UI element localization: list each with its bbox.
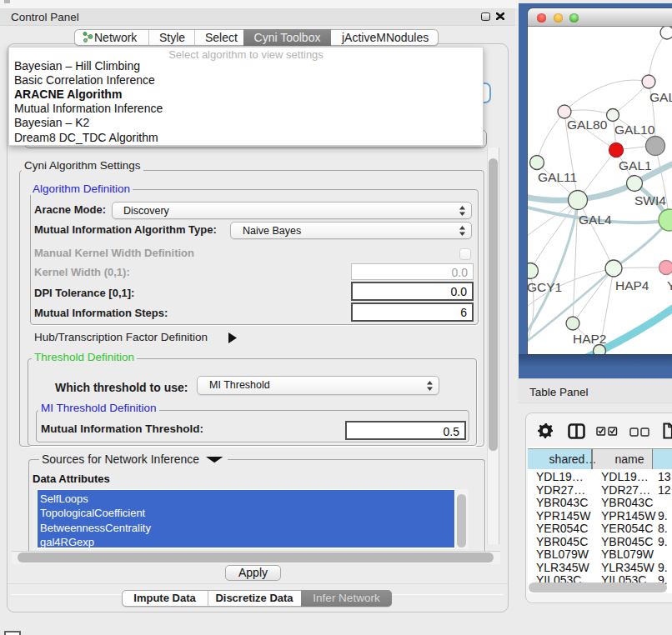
svg-text:GAL7: GAL7 xyxy=(649,90,672,104)
svg-text:GAL4: GAL4 xyxy=(579,212,612,227)
svg-text:YM: YM xyxy=(667,278,672,292)
svg-text:GAL80: GAL80 xyxy=(567,118,608,132)
svg-text:GAL11: GAL11 xyxy=(538,170,577,184)
svg-text:GCY1: GCY1 xyxy=(528,280,562,294)
svg-text:GAL1: GAL1 xyxy=(619,158,652,172)
svg-text:SWI4: SWI4 xyxy=(634,193,666,208)
svg-text:GAL10: GAL10 xyxy=(614,122,655,137)
svg-text:HAP4: HAP4 xyxy=(615,278,649,292)
svg-text:HAP2: HAP2 xyxy=(573,332,607,346)
